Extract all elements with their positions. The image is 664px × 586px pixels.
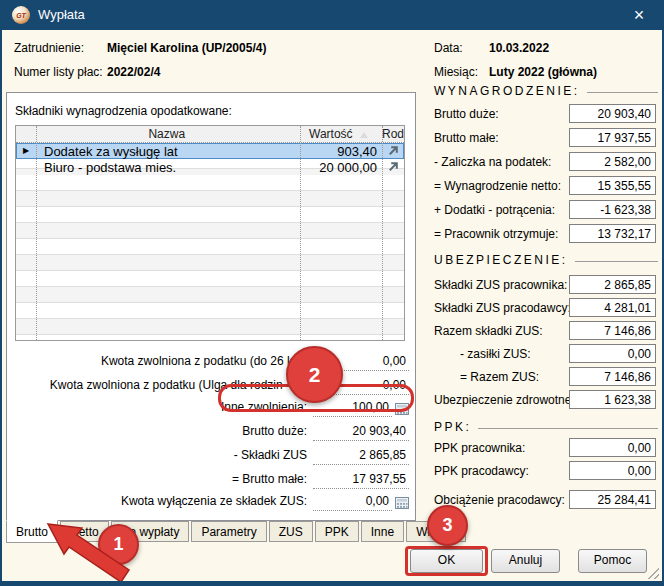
kind-arrow-icon[interactable] — [382, 160, 404, 175]
component-name: Dodatek za wysługę lat — [36, 144, 300, 159]
field-value: 20 903,40 — [313, 423, 409, 441]
field-label: = Wynagrodzenie netto: — [434, 179, 561, 193]
field-row: Kwota zwolniona z podatku (do 26 lat): 0… — [7, 351, 415, 371]
field-label: - zasiłki ZUS: — [434, 347, 531, 361]
field-value: 0,00 — [569, 438, 656, 457]
field-value: 20 903,40 — [569, 104, 656, 123]
section-rule — [587, 92, 658, 93]
help-button[interactable]: Pomoc — [578, 549, 647, 573]
section-ppk: PPK: — [434, 420, 658, 434]
date-label: Data: — [434, 41, 463, 55]
step1-arrow-annotation — [40, 518, 140, 586]
field-label: Składki ZUS pracownika: — [434, 278, 567, 292]
field-value: 1 623,38 — [569, 390, 656, 409]
employer-total-label: Obciążenie pracodawcy: — [434, 493, 565, 507]
field-value: -1 623,38 — [569, 200, 656, 219]
tab-inne[interactable]: Inne — [361, 521, 404, 542]
field-label: Brutto duże: — [434, 107, 499, 121]
app-logo-icon: GT — [12, 6, 30, 24]
wyplata-dialog: GT Wypłata × Zatrudnienie: Mięciel Karol… — [0, 0, 664, 586]
column-nazwa[interactable]: Nazwa — [36, 126, 298, 142]
tab-zus[interactable]: ZUS — [269, 521, 313, 542]
month-label: Miesiąc: — [434, 65, 478, 79]
employment-label: Zatrudnienie: — [14, 41, 84, 55]
date-value: 10.03.2022 — [489, 41, 549, 55]
column-selector — [16, 126, 36, 142]
column-divider — [36, 126, 37, 340]
column-wartosc[interactable]: Wartość — [298, 126, 379, 142]
field-label: Brutto małe: — [434, 131, 499, 145]
field-value: 0,00 — [569, 461, 656, 480]
component-value: 20 000,00 — [300, 160, 382, 175]
section-wynagrodzenie: WYNAGRODZENIE: — [434, 84, 658, 98]
field-row: = Brutto małe: 17 937,55 — [7, 469, 415, 489]
column-divider — [300, 126, 301, 340]
components-table: Nazwa Wartość Rod ▶ Dodatek za wysługę l… — [15, 125, 405, 341]
field-label: Brutto duże: — [242, 424, 307, 438]
field-label: Razem składki ZUS: — [434, 324, 543, 338]
field-value: 2 865,85 — [313, 447, 409, 465]
brutto-tab-page: Składniki wynagrodzenia opodatkowane: Na… — [6, 92, 416, 521]
employment-value: Mięciel Karolina (UP/2005/4) — [107, 41, 266, 55]
employer-total-value: 25 284,41 — [569, 490, 656, 509]
column-divider — [382, 126, 383, 340]
calculator-icon[interactable] — [395, 497, 409, 509]
component-name: Biuro - podstawa mies. — [36, 160, 300, 175]
field-value: 15 355,55 — [569, 176, 656, 195]
table-row[interactable]: ▶ Dodatek za wysługę lat 903,40 — [16, 143, 404, 159]
field-value: 17 937,55 — [569, 128, 656, 147]
section-ubezpieczenie: UBEZPIECZENIE: — [434, 253, 658, 267]
field-value: 7 146,86 — [569, 321, 656, 340]
field-label: PPK pracodawcy: — [434, 464, 529, 478]
step3-badge: 3 — [427, 505, 468, 546]
table-row[interactable]: Biuro - podstawa mies. 20 000,00 — [16, 159, 404, 175]
sort-asc-icon — [360, 132, 368, 138]
kind-arrow-icon[interactable] — [382, 144, 404, 159]
field-value: 4 281,01 — [569, 298, 656, 317]
field-value: 2 865,85 — [569, 275, 656, 294]
close-icon[interactable]: × — [628, 4, 650, 26]
step2-badge: 2 — [286, 346, 343, 403]
field-value: 2 582,00 — [569, 152, 656, 171]
field-label: + Dodatki - potrącenia: — [434, 203, 555, 217]
field-label: - Składki ZUS — [234, 448, 307, 462]
field-label: Kwota zwolniona z podatku (do 26 lat): — [101, 354, 307, 368]
field-value: 7 146,86 — [569, 367, 656, 386]
field-value: 17 937,55 — [313, 471, 409, 489]
resize-grip[interactable] — [645, 565, 659, 579]
section-title: PPK: — [434, 420, 471, 434]
window-title: Wypłata — [38, 7, 85, 22]
table-header: Nazwa Wartość Rod — [16, 126, 404, 143]
field-label: Kwota wyłączenia ze składek ZUS: — [121, 494, 307, 508]
field-label: - Zaliczka na podatek: — [434, 155, 551, 169]
field-row: Brutto duże: 20 903,40 — [7, 421, 415, 441]
field-label: Składki ZUS pracodawcy: — [434, 301, 571, 315]
section-rule — [478, 428, 658, 429]
month-value: Luty 2022 (główna) — [489, 65, 597, 79]
titlebar[interactable]: GT Wypłata × — [2, 0, 662, 30]
section-title: WYNAGRODZENIE: — [434, 84, 580, 98]
step3-highlight-box — [405, 546, 488, 576]
field-value[interactable]: 0,00 — [313, 493, 392, 511]
component-value: 903,40 — [300, 144, 382, 159]
section-rule — [575, 261, 658, 262]
field-label: Ubezpieczenie zdrowotne: — [434, 393, 575, 407]
tab-parametry[interactable]: Parametry — [191, 521, 266, 542]
field-row: - Składki ZUS 2 865,85 — [7, 445, 415, 465]
components-caption: Składniki wynagrodzenia opodatkowane: — [15, 104, 232, 118]
field-label: = Brutto małe: — [232, 472, 307, 486]
field-row: Kwota wyłączenia ze składek ZUS: 0,00 — [7, 491, 415, 511]
tab-ppk[interactable]: PPK — [315, 521, 359, 542]
cancel-button[interactable]: Anuluj — [491, 549, 560, 573]
payroll-list-value: 2022/02/4 — [107, 65, 160, 79]
field-label: = Razem ZUS: — [434, 370, 539, 384]
field-value: 13 732,17 — [569, 224, 656, 243]
payroll-list-label: Numer listy płac: — [14, 65, 103, 79]
section-title: UBEZPIECZENIE: — [434, 253, 568, 267]
field-value: 0,00 — [569, 344, 656, 363]
selected-row-marker-icon: ▶ — [16, 143, 36, 159]
field-label: = Pracownik otrzymuje: — [434, 227, 558, 241]
column-wartosc-label: Wartość — [309, 127, 353, 141]
field-label: PPK pracownika: — [434, 441, 525, 455]
